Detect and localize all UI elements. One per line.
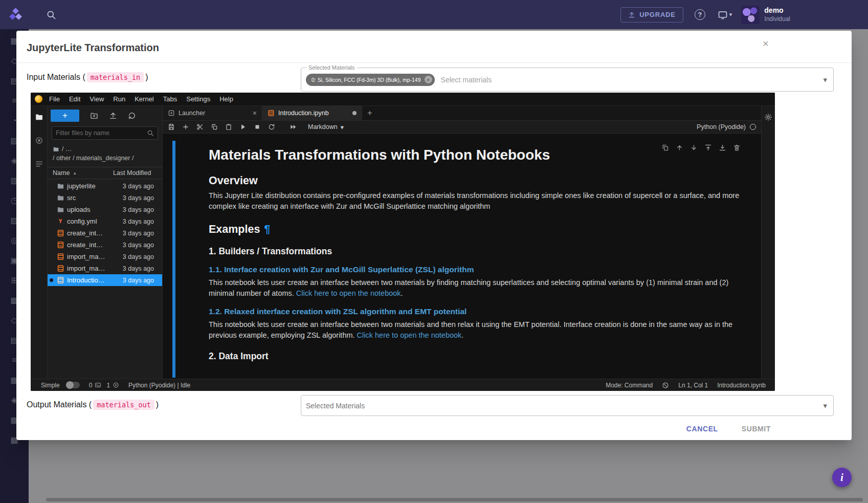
- gear-icon[interactable]: [764, 113, 772, 121]
- interrupt-kernel-icon[interactable]: [254, 123, 261, 130]
- item11-link[interactable]: Click here to open the notebook: [296, 289, 401, 297]
- file-row[interactable]: create_int… 3 days ago: [48, 239, 162, 251]
- home-folder-icon: [53, 146, 59, 152]
- cut-cell-icon[interactable]: [196, 123, 204, 130]
- running-sessions-icon[interactable]: [35, 136, 43, 145]
- overview-paragraph: This Jupyter Lite distribution contains …: [209, 190, 750, 212]
- chip-delete-icon[interactable]: ×: [425, 76, 432, 83]
- breadcrumb[interactable]: / … / other / materials_designer /: [48, 141, 162, 164]
- search-icon[interactable]: [46, 10, 56, 20]
- chip-label: 0: Si, Silicon, FCC (Fd-3m) 3D (Bulk), m…: [311, 77, 421, 83]
- modified-indicator-dot[interactable]: [352, 111, 357, 115]
- file-row[interactable]: Y config.yml 3 days ago: [48, 215, 162, 227]
- new-launcher-button[interactable]: +: [51, 110, 79, 122]
- output-label-suffix: ): [156, 400, 159, 409]
- add-cell-icon[interactable]: [182, 123, 189, 130]
- file-row[interactable]: import_ma… 3 days ago: [48, 251, 162, 263]
- terminals-count[interactable]: 0: [89, 382, 102, 389]
- column-modified-header[interactable]: Last Modified: [113, 169, 151, 177]
- notifications-off-icon[interactable]: [662, 382, 669, 389]
- file-row[interactable]: uploads 3 days ago: [48, 204, 162, 215]
- user-info[interactable]: demo Individual: [764, 6, 790, 23]
- restart-run-all-icon[interactable]: [290, 123, 297, 130]
- close-icon[interactable]: ×: [759, 37, 772, 50]
- item12-text: This notebook lets user create an interf…: [209, 320, 732, 339]
- file-name: import_ma…: [67, 253, 120, 260]
- input-materials-select[interactable]: Selected Materials 0: Si, Silicon, FCC (…: [301, 68, 834, 92]
- menu-help[interactable]: Help: [215, 93, 238, 106]
- simple-mode-toggle[interactable]: [66, 382, 80, 388]
- tab-notebook[interactable]: Introduction.ipynb: [262, 106, 362, 120]
- menu-tabs[interactable]: Tabs: [159, 93, 182, 106]
- restart-kernel-icon[interactable]: [268, 123, 275, 130]
- add-tab-button[interactable]: +: [362, 106, 377, 120]
- copy-cell-icon[interactable]: [211, 123, 218, 130]
- kernel-name[interactable]: Python (Pyodide): [697, 123, 746, 130]
- cell-type-dropdown[interactable]: Markdown ▾: [308, 123, 344, 131]
- cursor-position[interactable]: Ln 1, Col 1: [678, 382, 708, 389]
- file-row[interactable]: jupyterlite 3 days ago: [48, 180, 162, 192]
- input-label-prefix: Input Materials (: [27, 73, 85, 82]
- info-fab-button[interactable]: i: [832, 468, 852, 487]
- file-row-selected[interactable]: Introductio… 3 days ago: [48, 274, 162, 286]
- menu-kernel[interactable]: Kernel: [130, 93, 159, 106]
- dock-tab-bar: Launcher × Introduction.ipynb +: [163, 106, 761, 121]
- terminals-count-value: 0: [89, 382, 93, 389]
- selected-material-chip: 0: Si, Silicon, FCC (Fd-3m) 3D (Bulk), m…: [306, 74, 435, 86]
- jupyter-body: + / … / o: [31, 106, 775, 379]
- file-browser-toolbar: +: [48, 106, 162, 124]
- file-row[interactable]: create_int… 3 days ago: [48, 227, 162, 239]
- table-of-contents-icon[interactable]: [35, 160, 43, 168]
- console-menu-button[interactable]: ▾: [718, 10, 732, 20]
- item12-link[interactable]: Click here to open the notebook: [357, 331, 462, 339]
- user-avatar[interactable]: [741, 6, 760, 24]
- markdown-cell[interactable]: Materials Transformations with Python No…: [209, 143, 750, 366]
- submit-button[interactable]: SUBMIT: [738, 422, 775, 436]
- filter-files-input[interactable]: [56, 129, 144, 137]
- file-modified: 3 days ago: [123, 183, 154, 190]
- folder-icon: [56, 206, 64, 214]
- mode-indicator: Mode: Command: [606, 382, 653, 389]
- close-tab-icon[interactable]: ×: [253, 109, 257, 117]
- section1-heading: 1. Builders / Transformations: [209, 246, 750, 257]
- insert-cell-below-icon[interactable]: [719, 144, 726, 151]
- jupyter-main-area: Launcher × Introduction.ipynb +: [163, 106, 761, 379]
- kernel-state-label: Python (Pyodide) | Idle: [128, 382, 190, 389]
- paste-cell-icon[interactable]: [225, 123, 232, 130]
- mat3ra-logo[interactable]: [8, 8, 23, 22]
- file-browser-tab-icon[interactable]: [35, 113, 43, 121]
- menu-run[interactable]: Run: [108, 93, 130, 106]
- new-folder-icon[interactable]: [90, 112, 98, 120]
- delete-cell-icon[interactable]: [733, 144, 741, 151]
- kernels-count[interactable]: 1: [106, 382, 119, 389]
- column-name-header[interactable]: Name ▲: [53, 169, 113, 177]
- upload-files-icon[interactable]: [109, 112, 117, 120]
- menu-view[interactable]: View: [85, 93, 108, 106]
- item11-paragraph: This notebook lets user create an interf…: [209, 277, 750, 299]
- file-modified: 3 days ago: [123, 218, 154, 225]
- help-icon[interactable]: ?: [695, 9, 705, 20]
- output-code-chip: materials_out: [93, 400, 154, 410]
- menu-edit[interactable]: Edit: [64, 93, 85, 106]
- move-cell-up-icon[interactable]: [676, 144, 683, 151]
- insert-cell-above-icon[interactable]: [704, 144, 712, 151]
- file-row[interactable]: src 3 days ago: [48, 192, 162, 204]
- menu-settings[interactable]: Settings: [182, 93, 215, 106]
- right-sidebar-strip: [761, 106, 775, 379]
- save-icon[interactable]: [168, 123, 175, 130]
- menu-file[interactable]: File: [44, 93, 64, 106]
- run-cell-icon[interactable]: [239, 123, 247, 130]
- toggle-knob: [66, 381, 74, 389]
- tab-launcher[interactable]: Launcher ×: [163, 106, 262, 120]
- output-materials-select[interactable]: Selected Materials ▾: [301, 395, 834, 416]
- duplicate-cell-icon[interactable]: [661, 144, 669, 151]
- item11-text: This notebook lets user create an interf…: [209, 278, 728, 297]
- refresh-icon[interactable]: [128, 112, 136, 120]
- file-row[interactable]: import_ma… 3 days ago: [48, 263, 162, 274]
- selected-cell-bar[interactable]: [172, 141, 175, 378]
- upgrade-button[interactable]: UPGRADE: [620, 7, 683, 23]
- upgrade-label: UPGRADE: [639, 11, 676, 18]
- anchor-link-icon[interactable]: ¶: [264, 223, 270, 235]
- cancel-button[interactable]: CANCEL: [682, 422, 722, 436]
- move-cell-down-icon[interactable]: [690, 144, 698, 151]
